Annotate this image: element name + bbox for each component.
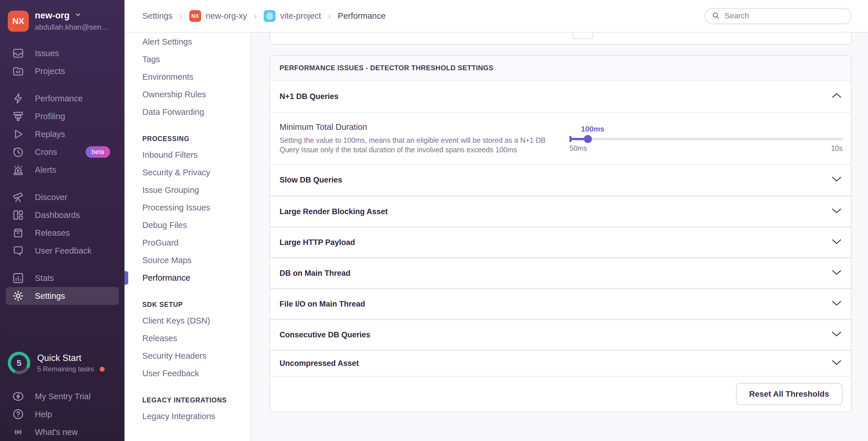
org-name[interactable]: new-org (35, 10, 70, 21)
sidebar-item-releases[interactable]: Releases (0, 224, 124, 242)
primary-sidebar: NX new-org abdullah.khan@sen… Issues (0, 0, 124, 441)
settings-subnav: Alert Settings Tags Environments Ownersh… (124, 33, 251, 441)
sidebar-item-user-feedback[interactable]: User Feedback (0, 242, 124, 260)
sidebar-item-dashboards[interactable]: Dashboards (0, 206, 124, 224)
sidebar-item-label: What's new (35, 428, 78, 437)
setting-description: Setting the value to 100ms, means that a… (280, 136, 556, 155)
quick-start-progress-ring: 5 (8, 352, 30, 374)
accordion-row-label: DB on Main Thread (280, 269, 350, 278)
accordion-row-slow-db-queries[interactable]: Slow DB Queries (270, 165, 851, 196)
breadcrumb-org[interactable]: NX new-org-xy (189, 10, 247, 22)
accordion-row-uncompressed-asset[interactable]: Uncompressed Asset (270, 349, 851, 376)
breadcrumb-separator-icon: › (254, 11, 257, 21)
accordion-row-large-http-payload[interactable]: Large HTTP Payload (270, 226, 851, 257)
notification-dot (100, 367, 104, 372)
sidebar-item-label: Alerts (35, 165, 56, 175)
subnav-section-sdk-setup: SDK SETUP (124, 297, 251, 312)
subnav-item-environments[interactable]: Environments (124, 68, 251, 86)
sidebar-item-label: Issues (35, 49, 59, 58)
react-project-icon (264, 10, 276, 22)
search-icon (712, 11, 720, 21)
gear-icon (11, 289, 25, 303)
chevron-down-icon (74, 10, 82, 21)
org-avatar[interactable]: NX (8, 11, 29, 32)
slider-track[interactable] (569, 138, 843, 140)
threshold-input-fragment[interactable] (572, 33, 593, 39)
sidebar-item-settings[interactable]: Settings (6, 287, 119, 305)
reset-all-thresholds-button[interactable]: Reset All Thresholds (736, 383, 842, 405)
sidebar-item-label: Replays (35, 130, 65, 139)
sidebar-item-help[interactable]: Help (0, 405, 124, 423)
accordion-row-large-render-blocking-asset[interactable]: Large Render Blocking Asset (270, 196, 851, 226)
slider-max-label: 10s (831, 144, 843, 152)
search-box[interactable] (705, 8, 851, 24)
org-switcher[interactable]: NX new-org abdullah.khan@sen… (0, 0, 124, 32)
search-input[interactable] (724, 11, 845, 21)
active-indicator (124, 271, 128, 285)
sidebar-item-projects[interactable]: Projects (0, 62, 124, 80)
accordion-row-db-on-main-thread[interactable]: DB on Main Thread (270, 257, 851, 288)
subnav-item-legacy-integrations[interactable]: Legacy Integrations (124, 408, 251, 425)
accordion-row-label: Large HTTP Payload (280, 238, 355, 247)
subnav-item-tags[interactable]: Tags (124, 50, 251, 68)
accordion-row-label: Consecutive DB Queries (280, 331, 370, 339)
stats-icon (11, 271, 25, 285)
sidebar-item-crons[interactable]: Crons beta (0, 143, 124, 161)
subnav-item-proguard[interactable]: ProGuard (124, 234, 251, 251)
accordion-row-label: Uncompressed Asset (280, 359, 359, 368)
accordion-row-n1-db-queries[interactable]: N+1 DB Queries (270, 80, 851, 113)
subnav-item-source-maps[interactable]: Source Maps (124, 251, 251, 269)
detector-threshold-panel: PERFORMANCE ISSUES - DETECTOR THRESHOLD … (270, 55, 851, 412)
breadcrumb-org-label: new-org-xy (206, 11, 247, 21)
sidebar-item-alerts[interactable]: Alerts (0, 161, 124, 179)
subnav-section-legacy-integrations: LEGACY INTEGRATIONS (124, 393, 251, 408)
subnav-item-debug-files[interactable]: Debug Files (124, 216, 251, 234)
chevron-down-icon (831, 299, 842, 309)
subnav-section-processing: PROCESSING (124, 131, 251, 146)
slider-thumb[interactable] (584, 135, 592, 143)
alerts-icon (11, 163, 25, 176)
setting-label: Minimum Total Duration (280, 122, 556, 132)
subnav-item-alert-settings[interactable]: Alert Settings (124, 33, 251, 50)
chevron-down-icon (831, 269, 842, 278)
duration-slider: 100ms 50ms 10s (569, 125, 843, 152)
sidebar-item-my-sentry-trial[interactable]: My Sentry Trial (0, 387, 124, 405)
org-chip: NX (189, 10, 201, 22)
sidebar-item-discover[interactable]: Discover (0, 188, 124, 206)
accordion-row-file-io-on-main-thread[interactable]: File I/O on Main Thread (270, 288, 851, 319)
subnav-item-processing-issues[interactable]: Processing Issues (124, 199, 251, 216)
subnav-item-security-privacy[interactable]: Security & Privacy (124, 164, 251, 181)
org-meta: new-org abdullah.khan@sen… (35, 10, 108, 32)
breadcrumb-project[interactable]: vite-project (264, 10, 321, 22)
sidebar-bottom: 5 Quick Start 5 Remaining tasks My Sentr… (0, 352, 124, 441)
quick-start-widget[interactable]: 5 Quick Start 5 Remaining tasks (0, 352, 124, 374)
sidebar-item-label: Crons (35, 147, 57, 157)
subnav-item-security-headers[interactable]: Security Headers (124, 347, 251, 365)
chevron-down-icon (831, 238, 842, 247)
accordion-row-label: Slow DB Queries (280, 176, 342, 184)
sidebar-item-label: My Sentry Trial (35, 392, 91, 401)
subnav-item-label: Performance (142, 273, 190, 283)
subnav-item-inbound-filters[interactable]: Inbound Filters (124, 146, 251, 164)
sidebar-item-label: Help (35, 410, 52, 419)
chevron-down-icon (831, 330, 842, 340)
accordion-row-consecutive-db-queries[interactable]: Consecutive DB Queries (270, 319, 851, 349)
subnav-item-user-feedback[interactable]: User Feedback (124, 365, 251, 382)
sidebar-item-replays[interactable]: Replays (0, 125, 124, 143)
crons-icon (11, 145, 25, 159)
subnav-item-client-keys[interactable]: Client Keys (DSN) (124, 312, 251, 330)
sidebar-item-profiling[interactable]: Profiling (0, 107, 124, 125)
subnav-item-releases[interactable]: Releases (124, 330, 251, 347)
user-email: abdullah.khan@sen… (35, 23, 108, 32)
subnav-item-performance[interactable]: Performance (124, 269, 251, 287)
sidebar-item-label: Performance (35, 94, 83, 103)
subnav-item-issue-grouping[interactable]: Issue Grouping (124, 181, 251, 199)
breadcrumb-settings[interactable]: Settings (142, 11, 173, 21)
help-icon (11, 408, 25, 421)
sidebar-item-whats-new[interactable]: What's new (0, 423, 124, 441)
subnav-item-ownership-rules[interactable]: Ownership Rules (124, 86, 251, 103)
sidebar-item-issues[interactable]: Issues (0, 44, 124, 62)
sidebar-item-stats[interactable]: Stats (0, 269, 124, 287)
sidebar-item-performance[interactable]: Performance (0, 90, 124, 107)
subnav-item-data-forwarding[interactable]: Data Forwarding (124, 103, 251, 121)
